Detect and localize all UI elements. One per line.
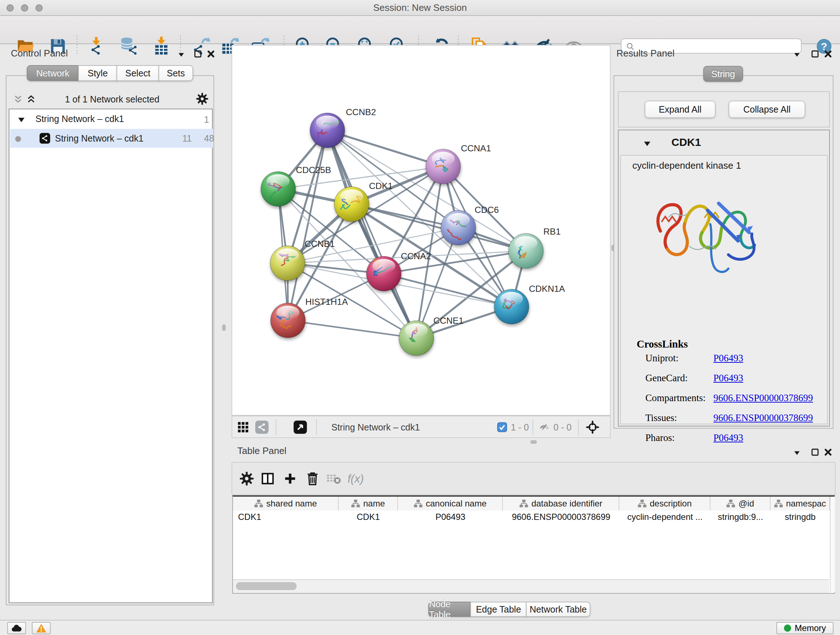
control-panel-float-button[interactable] (194, 50, 202, 58)
import-network-from-file-button[interactable] (86, 36, 106, 56)
expand-all-networks-icon[interactable] (26, 94, 36, 104)
table-cell[interactable]: CDK1 (233, 510, 339, 524)
tab-style[interactable]: Style (78, 65, 117, 81)
table-options-gear-icon[interactable] (239, 470, 255, 486)
grid-view-icon[interactable] (237, 421, 249, 434)
edge-HIST1H1A-CCNE1[interactable] (288, 320, 416, 338)
left-splitter-handle[interactable] (222, 325, 226, 331)
crosslink-tissues[interactable]: 9606.ENSP00000378699 (714, 412, 813, 424)
tab-network-table[interactable]: Network Table (526, 602, 591, 617)
hidden-eye-icon[interactable] (538, 423, 551, 432)
cloud-status-button[interactable] (7, 622, 26, 634)
edge-CCNB2-HIST1H1A[interactable] (288, 130, 327, 320)
column-header-canonicalname[interactable]: canonical name (398, 497, 503, 510)
collection-disclosure-icon[interactable] (17, 116, 25, 124)
tab-node-table[interactable]: Node Table (428, 602, 471, 617)
selected-checkbox[interactable] (497, 422, 507, 432)
column-header-databaseidentifier[interactable]: database identifier (503, 497, 619, 510)
network-options-gear-icon[interactable] (195, 92, 209, 106)
column-header-id[interactable]: @id (711, 497, 771, 510)
column-header-namespac[interactable]: namespac (771, 497, 830, 510)
column-label: canonical name (426, 499, 486, 509)
protein-name: CDK1 (671, 136, 701, 149)
protein-disclosure-icon[interactable] (643, 140, 651, 148)
detach-view-icon[interactable] (293, 420, 308, 434)
node-CCNB2[interactable] (310, 113, 345, 148)
column-header-description[interactable]: description (619, 497, 711, 510)
node-CCNE1[interactable] (399, 321, 434, 356)
table-cell[interactable]: CDK1 (339, 510, 398, 524)
crosslink-uniprot[interactable]: P06493 (714, 353, 744, 364)
expand-all-button[interactable]: Expand All (645, 101, 715, 118)
node-CCNA1[interactable] (426, 149, 461, 184)
tab-string[interactable]: String (703, 66, 743, 82)
network-collection-row[interactable]: String Network – cdk1 1 (10, 110, 213, 129)
warning-status-button[interactable] (32, 622, 51, 634)
control-panel-close-button[interactable] (207, 50, 215, 58)
crosslink-label: Pharos: (645, 432, 675, 443)
node-label-CDC25B: CDC25B (296, 165, 331, 175)
node-HIST1H1A[interactable] (271, 303, 305, 338)
import-network-from-database-button[interactable] (118, 36, 139, 56)
node-CDC6[interactable] (441, 211, 476, 245)
node-CDKN1A[interactable] (494, 289, 529, 324)
main-toolbar: ? (0, 16, 840, 44)
column-header-sharedname[interactable]: shared name (233, 497, 339, 510)
tab-network[interactable]: Network (27, 65, 79, 81)
results-panel-title: Results Panel (616, 48, 674, 59)
node-CDC25B[interactable] (261, 172, 295, 206)
import-table-from-file-button[interactable] (151, 36, 172, 56)
crosslink-compartments[interactable]: 9606.ENSP00000378699 (714, 393, 813, 404)
hscroll-thumb[interactable] (236, 582, 297, 590)
table-cell[interactable]: 9606.ENSP00000378699 (503, 510, 619, 524)
network-node-count: 11 (182, 133, 192, 144)
collapse-all-button[interactable]: Collapse All (729, 101, 805, 118)
center-view-icon[interactable] (585, 420, 600, 434)
tab-edge-table[interactable]: Edge Table (470, 602, 527, 617)
show-columns-icon[interactable] (260, 470, 276, 486)
tab-select[interactable]: Select (117, 65, 159, 81)
node-CCNB1[interactable] (270, 246, 305, 280)
node-CDK1[interactable] (334, 187, 369, 222)
edge-CCNB2-CCNA1[interactable] (327, 130, 443, 166)
table-cell[interactable]: stringdb (771, 510, 830, 524)
memory-status-dot (784, 624, 791, 632)
delete-column-icon[interactable] (305, 470, 321, 486)
add-column-icon[interactable] (282, 470, 298, 486)
hidden-count: 0 - 0 (554, 422, 572, 432)
results-panel-float-button[interactable] (811, 50, 819, 58)
table-hscrollbar[interactable] (233, 579, 829, 593)
table-panel-close-button[interactable] (824, 448, 832, 456)
bottom-splitter-handle[interactable] (531, 440, 537, 444)
network-row[interactable]: String Network – cdk1 11 48 (10, 129, 213, 148)
node-label-RB1: RB1 (543, 226, 561, 236)
crosslink-pharos[interactable]: P06493 (714, 432, 744, 443)
memory-button[interactable]: Memory (776, 622, 834, 634)
table-cell[interactable]: stringdb:9... (711, 510, 771, 524)
edge-CDK1-RB1[interactable] (352, 204, 526, 251)
column-label: namespac (786, 499, 826, 509)
collapse-all-networks-icon[interactable] (13, 94, 23, 104)
column-label: shared name (266, 499, 317, 509)
crosslink-genecard[interactable]: P06493 (714, 372, 744, 384)
node-label-CCNB1: CCNB1 (305, 239, 335, 249)
results-panel-close-button[interactable] (824, 50, 832, 58)
node-RB1[interactable] (508, 233, 543, 268)
string-view-icon[interactable] (255, 420, 269, 434)
tab-sets[interactable]: Sets (158, 65, 193, 81)
table-cell[interactable]: P06493 (398, 510, 503, 524)
results-panel-menu-button[interactable] (793, 51, 801, 59)
control-panel-menu-button[interactable] (177, 51, 185, 59)
table-vscrollbar[interactable] (830, 497, 835, 592)
node-label-CCNA1: CCNA1 (461, 143, 491, 153)
node-label-CDK1: CDK1 (369, 181, 393, 191)
title-bar: Session: New Session (0, 0, 840, 16)
collection-count: 1 (204, 114, 209, 125)
column-header-name[interactable]: name (339, 497, 398, 510)
node-CCNA2[interactable] (366, 256, 401, 291)
network-canvas[interactable]: CCNB2CCNA1CDC25BCDK1CDC6RB1CCNB1CCNA2CDK… (232, 45, 611, 416)
edge-CCNB2-CCNE1[interactable] (327, 130, 416, 338)
table-panel-float-button[interactable] (811, 448, 819, 456)
table-panel-menu-button[interactable] (793, 449, 801, 457)
table-cell[interactable]: cyclin-dependent ... (619, 510, 711, 524)
